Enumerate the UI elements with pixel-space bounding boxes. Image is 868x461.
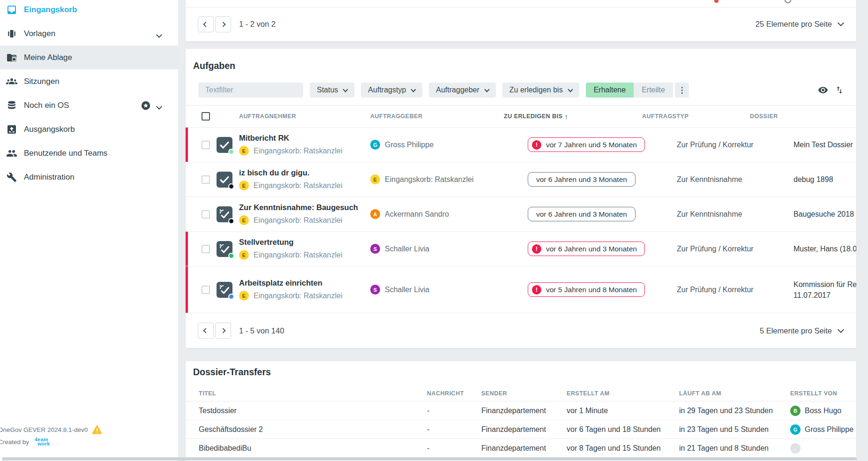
sidebar-item-benutzende-und-teams[interactable]: Benutzende und Teams — [0, 141, 178, 165]
task-row[interactable]: Zur Kenntnisnahme: Baugesuch EEingangsko… — [186, 197, 856, 232]
teamwork-logo[interactable]: 4eam work — [35, 438, 50, 446]
dossier-name: Muster, Hans (18.09. — [793, 243, 856, 254]
chevron-down-icon[interactable] — [157, 30, 161, 39]
task-type: Zur Prüfung / Korrektur — [642, 141, 750, 149]
col-titel[interactable]: TITEL — [199, 390, 427, 397]
avatar: A — [370, 209, 380, 219]
row-checkbox[interactable] — [202, 245, 210, 253]
task-title[interactable]: Arbeitsplatz einrichten — [239, 279, 370, 287]
transfer-nachricht: - — [427, 407, 481, 415]
transfers-table-body: Testdossier - Finanzdepartement vor 1 Mi… — [186, 401, 856, 458]
erhaltene-toggle[interactable]: Erhaltene — [586, 83, 634, 98]
transfers-table-header: TITEL NACHRICHT SENDER ERSTELLT AM LÄUFT… — [186, 385, 856, 401]
col-sender[interactable]: SENDER — [481, 390, 567, 397]
task-title[interactable]: Zur Kenntnisnahme: Baugesuch — [239, 203, 370, 212]
dossier-transfers-card: Dossier-Transfers TITEL NACHRICHT SENDER… — [186, 361, 856, 461]
avatar: E — [239, 146, 249, 156]
avatar: E — [239, 215, 249, 225]
overdue-icon: ! — [532, 140, 541, 150]
prev-page-button[interactable] — [198, 323, 214, 339]
status-filter-dropdown[interactable]: Status — [310, 83, 354, 98]
transfer-titel[interactable]: Geschäftsdossier 2 — [199, 425, 427, 434]
horizontal-scrollbar[interactable] — [2, 457, 857, 461]
transfer-laeuft-ab-am: in 23 Tagen und 5 Stunden — [679, 425, 790, 434]
zu-erledigen-bis-filter-dropdown[interactable]: Zu erledigen bis — [502, 83, 579, 98]
sidebar-item-sitzungen[interactable]: Sitzungen — [0, 69, 178, 93]
issuer-name: Ackermann Sandro — [385, 210, 449, 219]
creator-name: Boss Hugo — [805, 407, 841, 415]
task-remote-check-icon — [217, 241, 232, 257]
transfer-titel[interactable]: Testdossier — [199, 407, 427, 415]
per-page-select[interactable]: 25 Elemente pro Seite — [756, 20, 843, 29]
visibility-icon[interactable] — [818, 85, 828, 95]
assignee-name: Eingangskorb: Ratskanzlei — [254, 181, 342, 190]
dossier-name: Kommission für Rech — [793, 279, 856, 290]
sort-icon[interactable] — [835, 85, 844, 95]
task-row[interactable]: Stellvertretung EEingangskorb: Ratskanzl… — [186, 232, 856, 266]
task-title[interactable]: Mitbericht RK — [239, 134, 370, 143]
sidebar-item-meine-ablage[interactable]: Meine Ablage — [0, 45, 178, 69]
sidebar-nav: Eingangskorb Vorlagen Meine Ablage Sitzu… — [0, 0, 178, 189]
per-page-select[interactable]: 5 Elemente pro Seite — [760, 326, 843, 335]
sidebar-item-label: Administration — [24, 173, 75, 182]
col-auftragstyp[interactable]: AUFTRAGSTYP — [642, 113, 750, 120]
transfer-erstellt-am: vor 1 Minute — [567, 407, 679, 415]
row-checkbox[interactable] — [202, 210, 210, 219]
outbox-icon — [6, 123, 18, 136]
col-auftraggeber[interactable]: AUFTRAGGEBER — [370, 113, 501, 120]
more-options-button[interactable]: ⋮ — [675, 83, 689, 98]
sidebar-item-eingangskorb[interactable]: Eingangskorb — [0, 0, 178, 22]
task-row[interactable]: Arbeitsplatz einrichten EEingangskorb: R… — [186, 266, 856, 313]
next-page-button[interactable] — [215, 16, 231, 32]
sort-ascending-icon: ↑ — [564, 113, 568, 121]
sidebar-item-noch-ein-os[interactable]: Noch ein OS — [0, 93, 178, 117]
main-content: 1 - 2 von 2 25 Elemente pro Seite Aufgab… — [178, 0, 868, 461]
prev-page-button[interactable] — [198, 16, 214, 32]
task-type: Zur Kenntnisnahme — [642, 175, 750, 184]
page-range: 1 - 2 von 2 — [239, 20, 276, 29]
chevron-down-icon[interactable] — [157, 102, 161, 111]
sidebar-item-administration[interactable]: Administration — [0, 165, 178, 189]
transfer-row[interactable]: BibedibabediBu - Finanzdepartement vor 8… — [186, 439, 856, 458]
auftraggeber-filter-dropdown[interactable]: Auftraggeber — [429, 83, 496, 98]
sidebar-item-vorlagen[interactable]: Vorlagen — [0, 22, 178, 45]
transfer-nachricht: - — [427, 425, 481, 434]
task-status-dot — [228, 218, 234, 224]
overdue-icon: ! — [532, 244, 541, 254]
transfer-erstellt-am: vor 6 Tagen und 18 Stunden — [567, 425, 679, 434]
col-laeuft-ab-am[interactable]: LÄUFT AB AM — [679, 390, 790, 397]
col-nachricht[interactable]: NACHRICHT — [427, 390, 481, 397]
templates-icon — [6, 28, 18, 40]
task-type: Zur Kenntnisnahme — [642, 210, 750, 219]
sidebar-item-ausgangskorb[interactable]: Ausgangskorb — [0, 117, 178, 141]
row-checkbox[interactable] — [202, 175, 210, 184]
transfer-row[interactable]: Geschäftsdossier 2 - Finanzdepartement v… — [186, 420, 856, 439]
textfilter-input[interactable]: Textfilter — [198, 83, 303, 98]
transfer-row[interactable]: Testdossier - Finanzdepartement vor 1 Mi… — [186, 401, 856, 420]
warning-icon[interactable] — [92, 425, 102, 434]
task-row[interactable]: Mitbericht RK EEingangskorb: Ratskanzlei… — [186, 128, 856, 162]
aufgaben-table-header: AUFTRAGNEHMER AUFTRAGGEBER ZU ERLEDIGEN … — [186, 105, 856, 128]
task-title[interactable]: Stellvertretung — [239, 238, 370, 247]
task-type: Zur Prüfung / Korrektur — [642, 245, 750, 253]
row-checkbox[interactable] — [202, 286, 210, 294]
auftragstyp-filter-dropdown[interactable]: Auftragstyp — [361, 83, 422, 98]
assignee-name: Eingangskorb: Ratskanzlei — [254, 251, 342, 259]
star-icon[interactable] — [141, 100, 151, 113]
col-zu-erledigen-bis[interactable]: ZU ERLEDIGEN BIS ↑ — [501, 113, 642, 121]
transfer-titel[interactable]: BibedibabediBu — [199, 444, 427, 453]
col-erstellt-von[interactable]: ERSTELLT VON — [790, 390, 856, 397]
erteilte-toggle[interactable]: Erteilte — [634, 83, 673, 98]
app-version: OneGov GEVER 2024.8.1-dev0 — [0, 426, 88, 433]
row-checkbox[interactable] — [202, 141, 210, 149]
task-status-dot — [228, 183, 234, 189]
col-auftragnehmer[interactable]: AUFTRAGNEHMER — [239, 113, 370, 120]
col-erstellt-am[interactable]: ERSTELLT AM — [567, 390, 679, 397]
page-range: 1 - 5 von 140 — [239, 326, 284, 335]
task-row[interactable]: iz bisch du dr gigu. EEingangskorb: Rats… — [186, 162, 856, 197]
erhaltene-erteilte-toggle: Erhaltene Erteilte — [586, 83, 673, 98]
select-all-checkbox[interactable] — [202, 112, 210, 121]
next-page-button[interactable] — [215, 323, 231, 339]
col-dossier[interactable]: DOSSIER — [750, 113, 856, 120]
task-title[interactable]: iz bisch du dr gigu. — [239, 168, 370, 177]
